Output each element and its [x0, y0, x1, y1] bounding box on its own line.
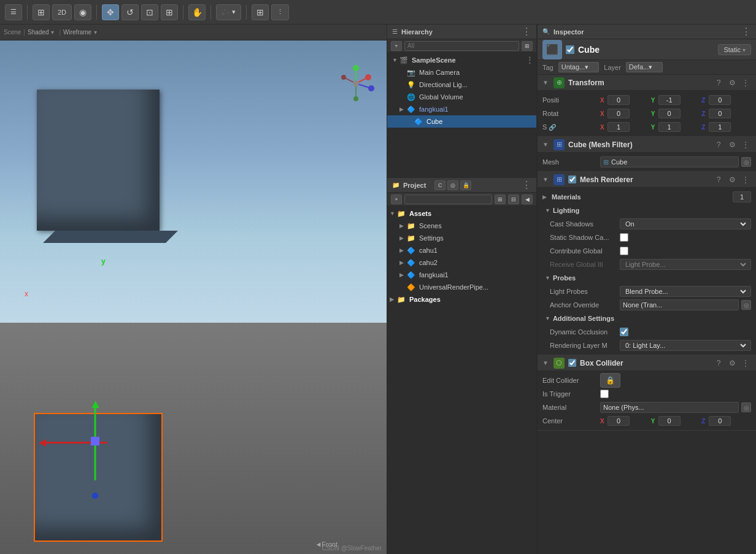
center-z-input[interactable]: [709, 416, 731, 426]
hier-item-cube[interactable]: 🔷 Cube: [387, 115, 536, 128]
mesh-renderer-more-btn[interactable]: ⋮: [740, 174, 751, 185]
mesh-renderer-enabled[interactable]: [568, 175, 576, 183]
receive-global-dropdown[interactable]: Light Probe...: [620, 259, 751, 270]
object-enabled-checkbox[interactable]: [566, 45, 574, 54]
light-probes-dropdown[interactable]: Blend Probe...: [620, 286, 751, 297]
hier-item-dirlight[interactable]: 💡 Directional Lig...: [387, 79, 536, 91]
collider-material-target[interactable]: ◎: [741, 402, 751, 412]
static-shadow-checkbox[interactable]: [620, 233, 628, 242]
2d-btn[interactable]: 2D: [52, 4, 72, 20]
project-search-input[interactable]: [404, 194, 492, 204]
project-grid-btn[interactable]: ⊞: [495, 194, 506, 204]
more-btn[interactable]: ⋮: [271, 4, 289, 20]
scale-btn[interactable]: ⊡: [141, 4, 158, 20]
transform-more-btn[interactable]: ⋮: [740, 77, 751, 88]
hier-dots-samplescene[interactable]: ⋮: [525, 55, 534, 65]
cast-shadows-dropdown[interactable]: On Off Two Sided: [620, 218, 751, 229]
anchor-target-btn[interactable]: ◎: [741, 300, 751, 310]
hier-item-maincamera[interactable]: 📷 Main Camera: [387, 66, 536, 79]
mesh-filter-header[interactable]: ▼ ⊞ Cube (Mesh Filter) ? ⚙ ⋮: [538, 137, 756, 153]
center-x-input[interactable]: [608, 416, 630, 426]
proj-item-cahu1[interactable]: ▶ 🔷 cahu1: [387, 244, 536, 256]
hier-item-globalvol[interactable]: 🌐 Global Volume: [387, 91, 536, 103]
dropdown1[interactable]: ▾: [51, 29, 54, 36]
proj-item-assets[interactable]: ▼ 📁 Assets: [387, 207, 536, 220]
layout-icon-btn[interactable]: ⊞: [33, 4, 50, 20]
tag-dropdown[interactable]: Untag...▾: [558, 62, 600, 72]
center-y-input[interactable]: [658, 416, 681, 426]
is-trigger-checkbox[interactable]: [600, 390, 609, 398]
additional-settings-header[interactable]: ▼ Additional Settings: [542, 312, 751, 325]
proj-item-settings[interactable]: ▶ 📁 Settings: [387, 232, 536, 244]
mesh-renderer-help-btn[interactable]: ?: [713, 174, 724, 185]
mesh-renderer-settings-btn[interactable]: ⚙: [727, 174, 738, 185]
dynamic-occlusion-checkbox[interactable]: [620, 328, 628, 336]
box-collider-settings-btn[interactable]: ⚙: [727, 358, 738, 369]
box-collider-help-btn[interactable]: ?: [713, 358, 724, 369]
project-menu-btn[interactable]: ⋮: [522, 179, 531, 191]
dropdown2[interactable]: ▾: [94, 29, 97, 36]
persp-btn[interactable]: ◉: [74, 4, 91, 20]
camera-btn[interactable]: 🎥 ▾: [216, 4, 241, 20]
project-nav-btn[interactable]: ◀: [522, 194, 533, 204]
proj-item-packages[interactable]: ▶ 📁 Packages: [387, 293, 536, 306]
proj-name-assets: Assets: [409, 210, 431, 217]
mesh-filter-settings-btn[interactable]: ⚙: [727, 139, 738, 150]
box-collider-more-btn[interactable]: ⋮: [740, 358, 751, 369]
pos-z-input[interactable]: [709, 95, 731, 105]
transform-help-btn[interactable]: ?: [713, 77, 724, 88]
project-tab-c[interactable]: C: [434, 180, 446, 190]
hierarchy-menu-btn[interactable]: ⋮: [522, 26, 531, 37]
hierarchy-filter-btn[interactable]: ⊞: [522, 41, 533, 51]
mesh-filter-help-btn[interactable]: ?: [713, 139, 724, 150]
pos-y-input[interactable]: [658, 95, 681, 105]
probes-header[interactable]: ▼ Probes: [542, 271, 751, 285]
lighting-header[interactable]: ▼ Lighting: [542, 204, 751, 217]
scene-canvas[interactable]: y x ◄Front: [0, 40, 387, 554]
move-btn[interactable]: ✥: [102, 4, 119, 20]
static-dropdown[interactable]: Static ▾: [718, 44, 751, 55]
project-tab-target[interactable]: ◎: [447, 180, 458, 190]
rot-z-input[interactable]: [709, 109, 731, 118]
proj-item-fangkuai1[interactable]: ▶ 🔷 fangkuai1: [387, 269, 536, 281]
scene-view[interactable]: Scene | Shaded ▾ | Wireframe ▾ y x: [0, 25, 387, 554]
mesh-filter-more-btn[interactable]: ⋮: [740, 139, 751, 150]
box-collider-header[interactable]: ▼ ⬡ Box Collider ? ⚙ ⋮: [538, 355, 756, 371]
hand-btn[interactable]: ✋: [188, 4, 206, 20]
transform-settings-btn[interactable]: ⚙: [727, 77, 738, 88]
hier-item-samplescene[interactable]: ▼ 🎬 SampleScene ⋮: [387, 54, 536, 66]
menu-btn[interactable]: ☰: [5, 4, 22, 20]
selected-cube[interactable]: [34, 413, 163, 542]
contribute-global-checkbox[interactable]: [620, 247, 628, 255]
rendering-layer-select[interactable]: 0: Light Lay...: [623, 341, 748, 350]
project-tab-lock[interactable]: 🔒: [460, 180, 471, 190]
cast-shadows-select[interactable]: On Off Two Sided: [623, 220, 748, 228]
scale-z-input[interactable]: [709, 122, 731, 132]
hierarchy-add-btn[interactable]: +: [391, 41, 402, 51]
proj-item-scenes[interactable]: ▶ 📁 Scenes: [387, 220, 536, 232]
layer-dropdown[interactable]: Defa...▾: [626, 62, 663, 72]
rotate-btn[interactable]: ↺: [122, 4, 139, 20]
light-probes-select[interactable]: Blend Probe...: [623, 287, 748, 296]
mesh-target-btn[interactable]: ◎: [741, 157, 751, 167]
inspector-menu-btn[interactable]: ⋮: [741, 26, 751, 37]
mesh-renderer-header[interactable]: ▼ ⊞ Mesh Renderer ? ⚙ ⋮: [538, 172, 756, 188]
edit-collider-btn[interactable]: 🔒: [600, 373, 620, 388]
receive-global-select[interactable]: Light Probe...: [623, 260, 748, 269]
rendering-layer-dropdown[interactable]: 0: Light Lay...: [620, 340, 751, 351]
box-collider-enabled[interactable]: [568, 359, 576, 367]
pos-x-input[interactable]: [608, 95, 630, 105]
project-filter-btn[interactable]: ⊟: [508, 194, 519, 204]
proj-item-urp[interactable]: 🔶 UniversalRenderPipe...: [387, 281, 536, 293]
hierarchy-search-input[interactable]: [404, 41, 519, 51]
rot-y-input[interactable]: [658, 109, 681, 118]
hier-item-fangkuai1[interactable]: ▶ 🔷 fangkuai1: [387, 103, 536, 115]
scale-y-input[interactable]: [658, 122, 681, 132]
rot-x-input[interactable]: [608, 109, 630, 118]
scale-x-input[interactable]: [608, 122, 630, 132]
proj-item-cahu2[interactable]: ▶ 🔷 cahu2: [387, 256, 536, 269]
transform-btn[interactable]: ⊞: [161, 4, 178, 20]
project-add-btn[interactable]: +: [391, 194, 402, 204]
grid-btn[interactable]: ⊞: [252, 4, 269, 20]
transform-header[interactable]: ▼ ⊕ Transform ? ⚙ ⋮: [538, 75, 756, 91]
